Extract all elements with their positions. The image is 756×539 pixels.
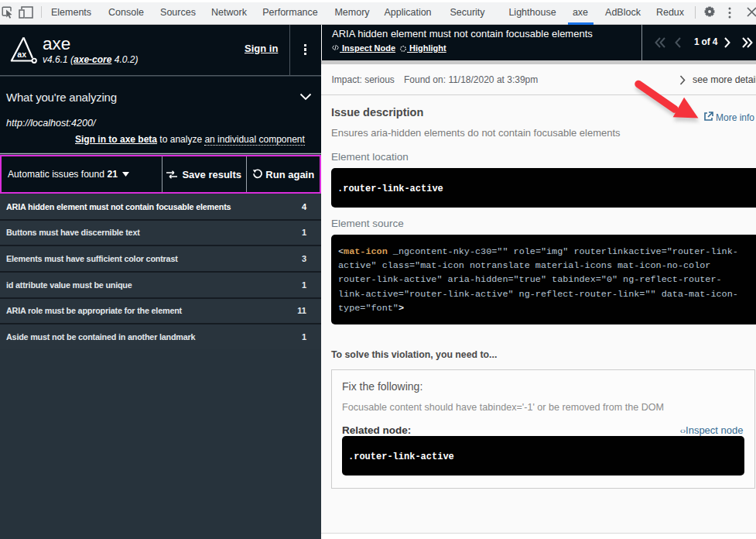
svg-text:ax: ax bbox=[17, 50, 26, 59]
